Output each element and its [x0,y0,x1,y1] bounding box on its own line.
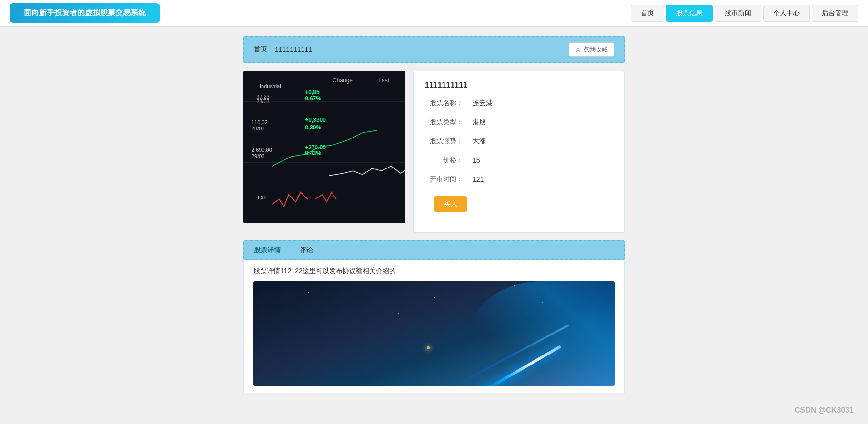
stock-info-card: 1111111111 股票名称： 连云港 股票类型： 港股 股票涨势： 大涨 价… [413,71,625,233]
info-row-buy: 买入 [425,194,613,212]
nav-home[interactable]: 首页 [631,5,664,22]
main-content: 首页 1111111111 ☆ 点我收藏 Industrial 97,23 28… [239,36,629,393]
tab-comment[interactable]: 评论 [290,241,323,259]
watermark: CSDN @CK3031 [795,406,854,414]
price-value: 15 [473,157,480,164]
night-sky [253,281,615,386]
info-row-price: 价格： 15 [425,156,613,165]
stock-detail-top: Industrial 97,23 28/03 +0,85 0,67% Chang… [243,71,625,233]
stock-code: 1111111111 [425,81,613,89]
breadcrumb-home[interactable]: 首页 [254,45,267,54]
type-value: 港股 [473,118,486,127]
chart-bottom-label: 4,98 [256,195,266,200]
info-row-type: 股票类型： 港股 [425,118,613,127]
nav-stock-news[interactable]: 股市新闻 [715,5,761,22]
top-nav: 面向新手投资者的虚拟股票交易系统 首页 股票信息 股市新闻 个人中心 后台管理 [0,0,868,26]
name-value: 连云港 [473,99,493,108]
moon [427,346,430,349]
breadcrumb-bar: 首页 1111111111 ☆ 点我收藏 [243,36,625,63]
name-label: 股票名称： [425,99,463,108]
breadcrumb: 首页 1111111111 [254,45,312,54]
detail-text: 股票详情112122这里可以发布协议额相关介绍的 [253,267,615,276]
nav-admin[interactable]: 后台管理 [812,5,858,22]
trend-label: 股票涨势： [425,137,463,146]
detail-image [253,281,615,386]
open-value: 121 [473,176,484,183]
open-label: 开市时间： [425,175,463,184]
stock-img-bg: Industrial 97,23 28/03 +0,85 0,67% Chang… [243,71,405,223]
nav-brand: 面向新手投资者的虚拟股票交易系统 [10,3,160,23]
buy-button[interactable]: 买入 [434,196,467,212]
detail-content: 股票详情112122这里可以发布协议额相关介绍的 [243,260,625,393]
info-row-open: 开市时间： 121 [425,175,613,184]
chart-svg [243,71,405,223]
nav-stock-info[interactable]: 股票信息 [666,5,713,22]
price-label: 价格： [425,156,463,165]
nav-links: 首页 股票信息 股市新闻 个人中心 后台管理 [631,5,858,22]
tab-stock-detail[interactable]: 股票详情 [244,241,290,259]
blue-glow [470,281,615,386]
info-row-name: 股票名称： 连云港 [425,99,613,108]
type-label: 股票类型： [425,118,463,127]
breadcrumb-current: 1111111111 [275,46,312,53]
nav-personal[interactable]: 个人中心 [763,5,810,22]
info-row-trend: 股票涨势： 大涨 [425,137,613,146]
trend-value: 大涨 [473,137,486,146]
favorite-button[interactable]: ☆ 点我收藏 [569,42,614,57]
stock-chart-image: Industrial 97,23 28/03 +0,85 0,67% Chang… [243,71,405,223]
tabs-bar: 股票详情 评论 [243,240,625,260]
